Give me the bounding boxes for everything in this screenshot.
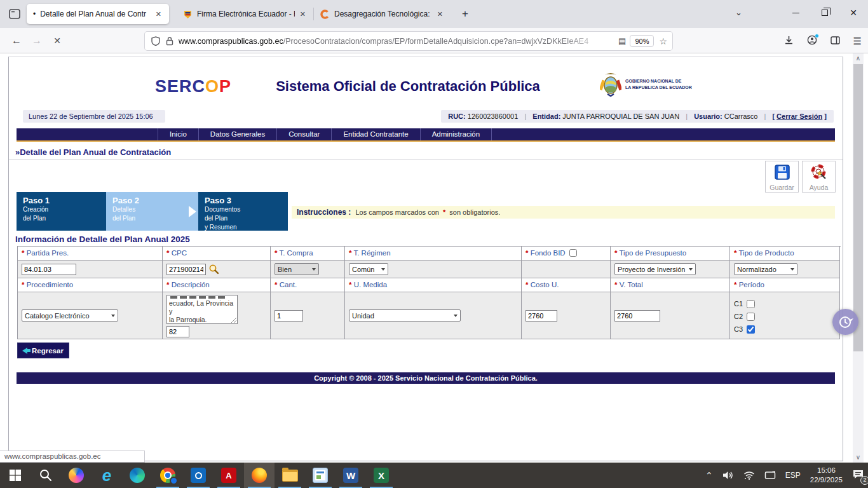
- account-icon[interactable]: [807, 35, 817, 47]
- header-procedimiento: * Procedimiento: [18, 278, 163, 292]
- taskbar-firefox-icon[interactable]: [244, 463, 275, 488]
- menu-item-datos-generales[interactable]: Datos Generales: [198, 128, 276, 140]
- cell-t-regimen: Común: [345, 261, 522, 278]
- menu-item-consultar[interactable]: Consultar: [276, 128, 331, 140]
- descripcion-textarea[interactable]: ecuador, La Provincia y la Parroquia.: [166, 295, 238, 324]
- cell-periodo: C1 C2 C3: [730, 292, 840, 339]
- scroll-up-icon[interactable]: ∧: [853, 53, 864, 64]
- breadcrumb: »Detalle del Plan Anual de Contratación: [15, 147, 171, 157]
- cell-tipo-producto: Normalizado: [730, 261, 840, 278]
- site-container: SERCOP Sistema Oficial de Contratación P…: [8, 57, 843, 461]
- menu-hamburger-icon[interactable]: ☰: [853, 36, 862, 47]
- menu-item-inicio[interactable]: Inicio: [158, 128, 198, 140]
- wizard-step-2-active[interactable]: Paso 2 Detalles del Plan: [106, 192, 198, 231]
- connect-display-icon[interactable]: [764, 471, 776, 480]
- tipo-producto-select[interactable]: Normalizado: [734, 263, 797, 275]
- stop-loading-icon[interactable]: ✕: [47, 36, 67, 46]
- close-tab-icon[interactable]: ✕: [297, 9, 308, 20]
- wizard-step-3[interactable]: Paso 3 Documentos del Plan y Resumen: [198, 192, 288, 231]
- wizard-step-1[interactable]: Paso 1 Creación del Plan: [17, 192, 106, 231]
- floppy-disk-icon: [774, 164, 790, 180]
- tab-desagregacion[interactable]: Desagregación Tecnológica: Cál ✕: [314, 4, 451, 24]
- tray-clock[interactable]: 15:06 22/9/2025: [810, 466, 843, 485]
- taskbar-acrobat-icon[interactable]: A: [214, 463, 244, 488]
- zoom-level-chip[interactable]: 90%: [630, 35, 654, 47]
- tab-detalle-plan[interactable]: • Detalle del Plan Anual de Contr ✕: [27, 4, 169, 24]
- new-tab-button[interactable]: +: [457, 6, 473, 22]
- sidebar-icon[interactable]: [831, 36, 840, 47]
- menu-item-administracion[interactable]: Administración: [420, 128, 492, 140]
- cell-t-compra: Bien: [271, 261, 345, 278]
- window-close-button[interactable]: ✕: [839, 0, 868, 25]
- descripcion-extra-input[interactable]: [166, 326, 189, 337]
- back-icon[interactable]: ←: [6, 35, 27, 46]
- forward-icon: →: [27, 35, 47, 46]
- back-arrow-icon: [22, 348, 27, 354]
- taskbar-chrome-icon[interactable]: [153, 463, 183, 488]
- periodo-c3-checkbox[interactable]: [747, 325, 755, 334]
- taskbar-internet-explorer-icon[interactable]: e: [92, 463, 122, 488]
- window-minimize-button[interactable]: [781, 0, 810, 25]
- taskbar-edge-icon[interactable]: [122, 463, 153, 488]
- reader-mode-icon[interactable]: ▤: [618, 36, 626, 46]
- cpc-search-icon[interactable]: [208, 264, 219, 274]
- section-title: Información de Detalle del Plan Anual 20…: [15, 234, 190, 244]
- u-medida-select[interactable]: Unidad: [349, 309, 461, 322]
- header-t-compra: * T. Compra: [271, 247, 345, 261]
- regresar-button[interactable]: Regresar: [17, 342, 69, 358]
- action-center-icon[interactable]: 2: [852, 469, 864, 482]
- taskbar-word-icon[interactable]: W: [336, 463, 366, 488]
- t-regimen-select[interactable]: Común: [349, 263, 388, 275]
- tab-firma-electronica[interactable]: Firma Electrónica Ecuador - Firm ✕: [177, 4, 313, 24]
- tab-list-chevron-icon[interactable]: ⌄: [735, 8, 742, 17]
- firefox-view-icon[interactable]: [5, 4, 24, 24]
- page-title: Sistema Oficial de Contratación Pública: [276, 78, 540, 95]
- header-tipo-producto: * Tipo de Producto: [730, 247, 840, 261]
- taskbar-document-viewer-icon[interactable]: [305, 463, 336, 488]
- cantidad-input[interactable]: [275, 310, 303, 322]
- cpc-input[interactable]: [166, 264, 206, 275]
- bookmark-star-icon[interactable]: ☆: [659, 36, 667, 46]
- wifi-icon[interactable]: [743, 471, 755, 480]
- menu-item-entidad-contratante[interactable]: Entidad Contratante: [331, 128, 419, 140]
- partida-input[interactable]: [22, 264, 76, 275]
- start-button[interactable]: [0, 463, 31, 488]
- chrome-profile-badge: [170, 477, 178, 485]
- step-arrow-icon: [189, 206, 196, 217]
- taskbar-excel-icon[interactable]: X: [366, 463, 397, 488]
- logout-link[interactable]: Cerrar Sesión: [776, 112, 822, 120]
- periodo-c2-checkbox[interactable]: [747, 313, 755, 321]
- costo-unitario-input[interactable]: [526, 310, 557, 322]
- procedimiento-select[interactable]: Catalogo Electrónico: [22, 309, 118, 322]
- language-indicator[interactable]: ESP: [785, 471, 801, 480]
- close-tab-icon[interactable]: ✕: [435, 9, 445, 20]
- cell-procedimiento: Catalogo Electrónico: [18, 292, 163, 339]
- taskbar-outlook-icon[interactable]: [183, 463, 214, 488]
- tipo-presupuesto-select[interactable]: Proyecto de Inversión: [614, 263, 696, 275]
- taskbar-copilot-icon[interactable]: [61, 463, 92, 488]
- cell-descripcion: ecuador, La Provincia y la Parroquia.: [163, 292, 271, 339]
- lifebuoy-help-icon: [811, 164, 827, 180]
- header-fondo-bid: * Fondo BID: [522, 247, 611, 261]
- help-button[interactable]: Ayuda: [802, 161, 836, 193]
- scroll-down-icon[interactable]: ∨: [853, 452, 864, 463]
- periodo-c1-checkbox[interactable]: [747, 300, 755, 308]
- close-tab-icon[interactable]: ✕: [153, 9, 164, 20]
- fondo-bid-checkbox[interactable]: [569, 249, 577, 257]
- instructions-box: Instrucciones : Los campos marcados con …: [292, 206, 835, 219]
- page-scrollbar[interactable]: ∧ ∨: [853, 53, 864, 463]
- valor-total-input[interactable]: [614, 310, 660, 322]
- t-compra-select[interactable]: Bien: [275, 263, 319, 275]
- tab-modified-dot: •: [33, 10, 36, 18]
- save-button[interactable]: Guardar: [765, 161, 799, 193]
- url-bar[interactable]: www.compraspublicas.gob.ec/ProcesoContra…: [145, 32, 672, 50]
- floating-clock-widget[interactable]: [832, 309, 858, 335]
- window-restore-button[interactable]: [810, 0, 839, 25]
- tray-chevron-icon[interactable]: ⌃: [705, 470, 713, 480]
- taskbar-search-icon[interactable]: [31, 463, 61, 488]
- taskbar-file-explorer-icon[interactable]: [275, 463, 305, 488]
- scrollbar-thumb[interactable]: [853, 64, 863, 351]
- downloads-icon[interactable]: [784, 36, 794, 47]
- cell-partida: [18, 261, 163, 278]
- speaker-icon[interactable]: [722, 470, 734, 480]
